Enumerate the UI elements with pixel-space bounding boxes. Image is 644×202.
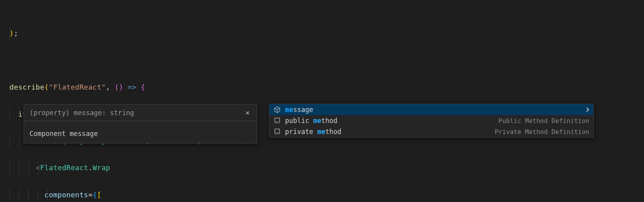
hover-tooltip: (property) message: string × Component m… (24, 104, 257, 143)
hover-signature-row: (property) message: string × (24, 105, 257, 121)
suggest-label: private method (285, 128, 341, 136)
component-name: FlatedReact (40, 163, 88, 172)
identifier: describe (9, 83, 44, 91)
suggest-description: Public Method Definition (499, 117, 589, 125)
suggest-item[interactable]: private method Private Method Definition (269, 126, 593, 137)
eq: = (88, 191, 92, 199)
hover-signature: (property) message: string (29, 109, 134, 117)
suggest-item[interactable]: public method Public Method Definition (269, 115, 593, 126)
brace: { (93, 191, 97, 199)
suggest-label: public method (285, 117, 337, 125)
suggest-widget[interactable]: message public method Public Method Defi… (269, 104, 594, 138)
code-line[interactable]: ); (9, 27, 644, 40)
component-name: Wrap (93, 163, 110, 172)
paren: ( (44, 83, 49, 91)
suggest-label: message (285, 106, 313, 114)
close-icon[interactable]: × (244, 108, 251, 117)
string: "FlatedReact" (49, 83, 106, 91)
snippet-icon (273, 128, 281, 136)
svg-rect-0 (275, 118, 280, 122)
paren: ) (119, 83, 123, 91)
arrow: => (123, 83, 141, 91)
code-line[interactable]: <FlatedReact.Wrap (9, 161, 644, 174)
paren: ) (9, 29, 14, 37)
comma: , (106, 83, 114, 91)
snippet-icon (273, 117, 281, 125)
semi: ; (14, 29, 18, 37)
dot: . (88, 163, 92, 172)
attribute: components (44, 191, 88, 199)
code-line[interactable]: describe("FlatedReact", () => { (9, 81, 644, 94)
bracket: [ (97, 191, 101, 199)
code-line[interactable]: components={[ (9, 188, 644, 202)
suggest-item[interactable]: message (269, 104, 593, 115)
code-line[interactable] (9, 54, 644, 67)
suggest-description: Private Method Definition (495, 128, 589, 136)
paren: ( (114, 83, 119, 91)
cube-icon (273, 106, 281, 114)
svg-rect-1 (275, 129, 280, 133)
hover-documentation: Component message (24, 121, 257, 143)
code-editor[interactable]: ); describe("FlatedReact", () => { it("r… (0, 0, 644, 202)
brace: { (141, 83, 145, 91)
chevron-right-icon[interactable] (585, 107, 589, 112)
